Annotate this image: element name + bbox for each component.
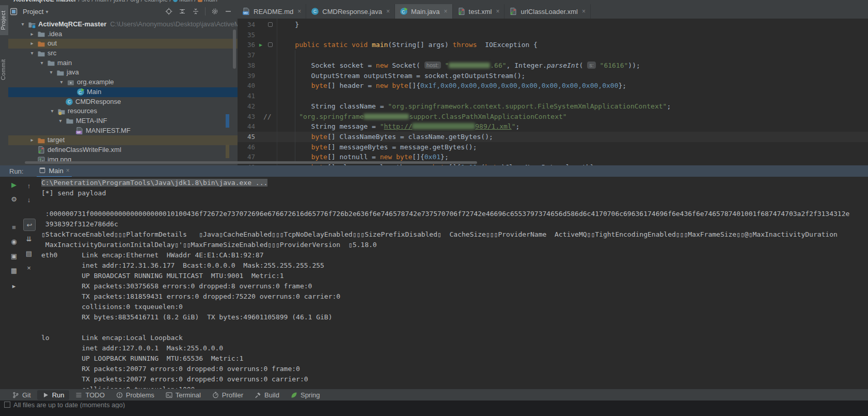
console-line: C:\Penetration\ProgramTools\Java\jdk1.8\… (41, 178, 868, 188)
code-token: public static void (295, 41, 372, 49)
statusbar-item-todo[interactable]: TODO (70, 390, 109, 400)
tree-item--idea[interactable]: ▸.idea (8, 29, 238, 39)
locate-icon[interactable] (164, 6, 174, 17)
chevron-right-icon[interactable]: ▸ (28, 135, 36, 145)
scroll-to-end-button[interactable]: ⇊ (23, 233, 35, 244)
tab-cmdresponse-java[interactable]: CCMDResponse.java× (306, 4, 395, 19)
edit-configuration-button[interactable]: ⚙ (8, 193, 20, 205)
print-button[interactable]: ▤ (23, 248, 35, 259)
run-tab-main[interactable]: Main × (37, 165, 71, 177)
stop-button[interactable]: ■ (8, 221, 20, 233)
dump-threads-button[interactable]: ▣ (8, 250, 20, 261)
close-icon[interactable]: × (66, 167, 70, 174)
tree-item-resources[interactable]: ▾resources (8, 106, 238, 116)
layout-button[interactable]: ▦ (8, 265, 20, 276)
rerun-button[interactable]: ▶ (8, 179, 20, 190)
stripe-item-project[interactable]: Project (0, 5, 8, 35)
chevron-down-icon[interactable]: ▾ (58, 78, 65, 87)
tree-vertical-scrollbar[interactable] (233, 29, 236, 69)
tree-item-main[interactable]: ▾main (8, 58, 238, 68)
tab-main-java[interactable]: CMain.java× (395, 4, 453, 19)
method-icon (198, 0, 202, 2)
chevron-down-icon[interactable]: ▾ (19, 20, 26, 29)
tab-urlclassloader-xml[interactable]: urlClassLoader.xml× (504, 4, 591, 19)
up-stack-trace-button[interactable]: ↑ (23, 180, 35, 191)
breadcrumb-segment[interactable]: ActiveMqRCE-master (13, 0, 76, 3)
project-panel-title[interactable]: Project (23, 8, 43, 16)
close-icon[interactable]: × (582, 8, 586, 15)
breadcrumb-segment[interactable]: main (95, 0, 108, 3)
coverage-button[interactable]: ◉ (8, 236, 20, 247)
run-line-icon[interactable]: ▶ (259, 40, 262, 50)
tree-item-meta-inf[interactable]: ▾META-INF (8, 116, 238, 126)
code-token: byte (311, 153, 327, 161)
tree-item-main[interactable]: CMain (8, 87, 238, 97)
statusbar-item-spring[interactable]: Spring (286, 390, 325, 400)
statusbar-item-terminal[interactable]: Terminal (161, 390, 206, 400)
code-editor[interactable]: 34 }3536▶ public static void main(String… (238, 19, 868, 165)
breadcrumb-segment[interactable]: src (82, 0, 90, 3)
chevron-right-icon[interactable]: ▸ (28, 29, 36, 39)
breadcrumb[interactable]: ActiveMqRCE-master / src / main / java /… (0, 0, 868, 4)
tree-item-src[interactable]: ▾src (8, 49, 238, 58)
breadcrumb-segment[interactable]: main (204, 0, 217, 3)
breadcrumb-segment[interactable]: org (130, 0, 139, 3)
tree-item-java[interactable]: ▾java (8, 68, 238, 78)
statusbar-item-profiler[interactable]: Profiler (207, 390, 248, 400)
tree-item-org-example[interactable]: ▾org.example (8, 78, 238, 87)
settings-icon[interactable] (210, 6, 220, 17)
close-icon[interactable]: × (297, 8, 301, 15)
close-icon[interactable]: × (386, 8, 390, 15)
pin-button[interactable]: ▸ (8, 280, 20, 291)
stripe-item-commit[interactable]: Commit (0, 55, 8, 85)
code-token: "org.springframework.context.support.Fil… (388, 102, 667, 110)
console-line (41, 198, 868, 209)
down-stack-trace-button[interactable]: ↓ (23, 194, 35, 205)
horizontal-scrollbar[interactable] (25, 161, 477, 164)
statusbar-item-build[interactable]: Build (249, 390, 285, 400)
breadcrumb-segment[interactable]: Main (179, 0, 193, 3)
code-token (279, 153, 311, 161)
chevron-down-icon[interactable]: ▾ (45, 9, 48, 14)
code-token: Socket( (392, 61, 424, 69)
code-token: } (279, 21, 299, 28)
statusbar-item-run[interactable]: Run (37, 390, 70, 400)
tab-readme-md[interactable]: MDREADME.md× (238, 4, 306, 19)
tree-item-out[interactable]: ▸out (8, 39, 238, 49)
chevron-right-icon[interactable]: ▸ (28, 39, 36, 49)
class-icon (173, 0, 178, 2)
statusbar-item-problems[interactable]: Problems (111, 390, 160, 400)
fold-handle-icon[interactable] (268, 42, 273, 47)
chevron-down-icon[interactable]: ▾ (48, 68, 55, 78)
close-icon[interactable]: × (496, 8, 499, 15)
collapse-all-icon[interactable] (191, 6, 201, 17)
tree-item-target[interactable]: ▸target (8, 135, 238, 145)
close-icon[interactable]: × (444, 8, 448, 15)
expand-all-icon[interactable] (177, 6, 187, 17)
code-token (596, 61, 600, 69)
tree-item-activemqrce-master[interactable]: ▾ActiveMqRCE-masterC:\Users\Anonymous\De… (8, 20, 238, 29)
code-token: 989/1.xml (475, 122, 511, 130)
run-console-output[interactable]: C:\Penetration\ProgramTools\Java\jdk1.8\… (41, 178, 868, 389)
chevron-down-icon[interactable]: ▾ (28, 49, 36, 58)
breadcrumb-segment[interactable]: java (114, 0, 125, 3)
code-token (279, 41, 295, 49)
code-token: new byte (380, 153, 413, 161)
chevron-down-icon[interactable]: ▾ (57, 116, 64, 126)
hide-icon[interactable] (223, 6, 233, 17)
statusbar-item-git[interactable]: Git (7, 390, 36, 400)
tree-item-manifest-mf[interactable]: MFMANIFEST.MF (8, 126, 238, 136)
breadcrumb-segment[interactable]: example (145, 0, 168, 3)
folder-icon (47, 59, 55, 67)
clear-all-button[interactable]: × (23, 262, 35, 273)
tab-test-xml[interactable]: test.xml× (453, 4, 505, 19)
chevron-down-icon[interactable]: ▾ (49, 106, 56, 116)
chevron-down-icon[interactable]: ▾ (38, 58, 45, 68)
tree-item-label: defineClassWriteFile.xml (48, 145, 121, 155)
fold-handle-icon[interactable] (268, 22, 273, 27)
tree-item-cmdresponse[interactable]: CCMDResponse (8, 97, 238, 107)
tree-item-defineclasswritefile-xml[interactable]: defineClassWriteFile.xml (8, 145, 238, 155)
line-number: 37 (238, 50, 255, 60)
tree-item-label: src (48, 49, 56, 58)
soft-wrap-button[interactable]: ↩ (23, 219, 36, 231)
